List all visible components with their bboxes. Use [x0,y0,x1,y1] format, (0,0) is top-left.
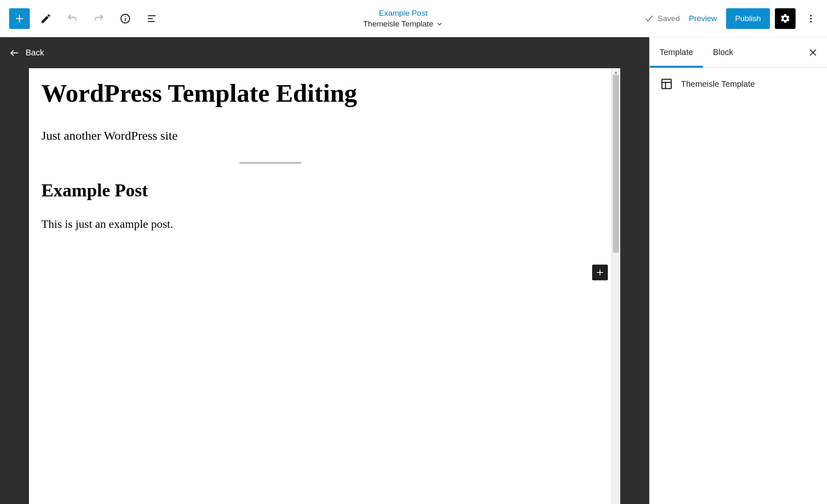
svg-point-4 [125,16,126,17]
editor-canvas-wrap: WordPress Template Editing Just another … [29,68,620,504]
template-info-row[interactable]: Themeisle Template [650,68,827,100]
template-name: Themeisle Template [681,79,755,89]
post-title-block[interactable]: Example Post [41,180,599,201]
scroll-up-icon: ▲ [612,69,620,75]
toolbar-right-group: Saved Preview Publish [644,8,821,29]
back-label: Back [26,48,44,57]
undo-icon [67,13,78,24]
arrow-left-icon [9,48,20,58]
sidebar-tabs: Template Block [650,37,827,68]
edit-tool-button[interactable] [36,8,56,29]
info-icon [120,13,131,24]
gear-icon [780,13,791,24]
tab-template[interactable]: Template [650,37,703,67]
post-content-block[interactable]: This is just an example post. [41,217,599,231]
save-status: Saved [644,14,680,24]
settings-button[interactable] [775,8,796,29]
svg-point-8 [810,15,812,17]
publish-button[interactable]: Publish [726,8,770,29]
site-tagline-block[interactable]: Just another WordPress site [41,129,599,143]
document-title-link[interactable]: Example Post [379,9,427,18]
svg-point-9 [810,18,812,19]
separator-block[interactable] [239,162,301,163]
toolbar-left-group [9,8,162,29]
site-title-block[interactable]: WordPress Template Editing [41,79,599,107]
redo-icon [93,13,105,24]
top-toolbar: Example Post Themeisle Template Saved Pr… [0,0,827,37]
close-sidebar-button[interactable] [805,44,821,61]
list-view-button[interactable] [141,8,162,29]
add-block-inline-button[interactable] [592,265,608,280]
saved-label: Saved [657,14,680,23]
editor-canvas-outer: Back WordPress Template Editing Just ano… [0,37,649,504]
template-name-label: Themeisle Template [363,19,433,29]
more-options-button[interactable] [801,8,821,29]
close-icon [808,48,818,57]
details-button[interactable] [115,8,136,29]
template-switcher[interactable]: Themeisle Template [363,19,443,29]
editor-canvas[interactable]: WordPress Template Editing Just another … [29,68,611,504]
toolbar-center-group: Example Post Themeisle Template [165,9,642,29]
back-button[interactable]: Back [0,37,649,68]
svg-rect-16 [662,79,672,89]
pencil-icon [40,13,52,24]
more-vertical-icon [806,14,816,24]
redo-button[interactable] [88,8,109,29]
add-block-button[interactable] [9,8,30,29]
scrollbar-thumb[interactable] [613,75,619,253]
preview-button[interactable]: Preview [689,14,717,23]
main-area: Back WordPress Template Editing Just ano… [0,37,827,504]
check-icon [644,14,654,24]
undo-button[interactable] [62,8,83,29]
outline-icon [146,13,158,24]
svg-point-10 [810,21,812,22]
tab-block[interactable]: Block [703,37,743,67]
plus-icon [595,268,605,277]
layout-icon [660,77,674,91]
chevron-down-icon [436,20,443,28]
canvas-scrollbar[interactable]: ▲ [611,68,620,504]
plus-icon [14,13,25,24]
settings-sidebar: Template Block Themeisle Template [649,37,827,504]
